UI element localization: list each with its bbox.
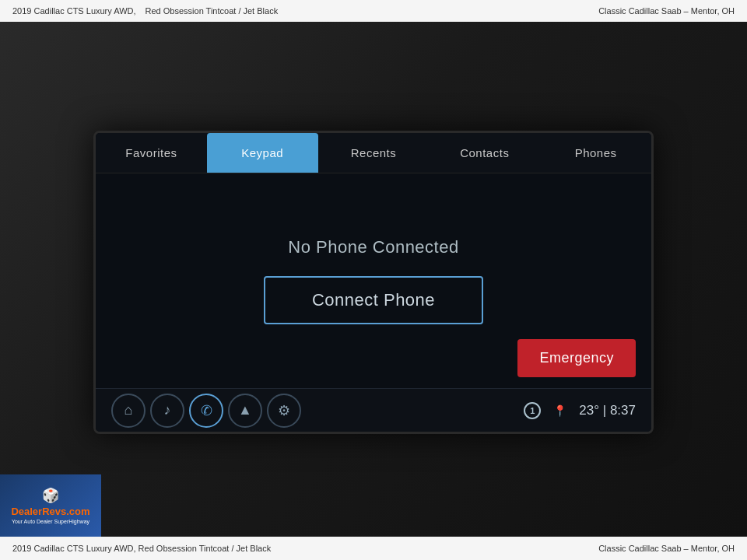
tab-favorites[interactable]: Favorites: [96, 133, 207, 173]
music-nav-button[interactable]: ♪: [150, 394, 184, 428]
footer-car-info: 2019 Cadillac CTS Luxury AWD, Red Obsess…: [12, 544, 271, 553]
footer-dealer: Classic Cadillac Saab – Mentor, OH: [598, 544, 735, 553]
dice-icon: 🎲: [42, 487, 59, 504]
footer-car-name: 2019 Cadillac CTS Luxury AWD,: [12, 544, 136, 553]
settings-nav-button[interactable]: ⚙: [267, 394, 301, 428]
navigation-nav-button[interactable]: ▲: [228, 394, 262, 428]
status-bar: 1 📍 23° | 8:37: [524, 402, 636, 419]
tab-keypad[interactable]: Keypad: [207, 133, 318, 173]
header-car-info: 2019 Cadillac CTS Luxury AWD, Red Obsess…: [12, 6, 278, 16]
status-circle: 1: [524, 402, 541, 419]
screen-main-content: No Phone Connected Connect Phone Emergen…: [96, 173, 651, 388]
header-color: Red Obsession Tintcoat / Jet Black: [146, 6, 279, 16]
clock-time: 8:37: [610, 403, 636, 418]
temp-time-display: 23° | 8:37: [579, 403, 636, 418]
tab-phones[interactable]: Phones: [540, 133, 651, 173]
temp-time-separator: |: [603, 403, 606, 418]
home-nav-button[interactable]: ⌂: [111, 394, 146, 428]
phone-nav-button[interactable]: ✆: [189, 394, 223, 428]
dealer-header: 2019 Cadillac CTS Luxury AWD, Red Obsess…: [0, 0, 747, 22]
dealer-logo-area: 🎲 DealerRevs.com Your Auto Dealer SuperH…: [0, 474, 101, 537]
infotainment-screen: Favorites Keypad Recents Contacts Phones…: [93, 131, 654, 434]
dealer-footer: 2019 Cadillac CTS Luxury AWD, Red Obsess…: [0, 537, 747, 560]
footer-color: Red Obsession Tintcoat / Jet Black: [139, 544, 272, 553]
temperature: 23°: [579, 403, 599, 418]
connect-phone-button[interactable]: Connect Phone: [264, 276, 483, 324]
tab-bar: Favorites Keypad Recents Contacts Phones: [96, 133, 651, 173]
nav-icon-group: ⌂ ♪ ✆ ▲ ⚙: [111, 394, 301, 428]
no-phone-connected-text: No Phone Connected: [288, 237, 458, 257]
dealer-logo-text: DealerRevs.com: [11, 506, 89, 517]
dealer-tagline: Your Auto Dealer SuperHighway: [12, 519, 89, 524]
car-background: Favorites Keypad Recents Contacts Phones…: [0, 22, 747, 537]
emergency-button[interactable]: Emergency: [517, 339, 636, 377]
tab-recents[interactable]: Recents: [318, 133, 430, 173]
location-icon: 📍: [553, 404, 566, 417]
bottom-nav-bar: ⌂ ♪ ✆ ▲ ⚙ 1 📍 23° | 8:37: [96, 388, 651, 432]
header-dealer: Classic Cadillac Saab – Mentor, OH: [598, 6, 735, 16]
header-car-name: 2019 Cadillac CTS Luxury AWD,: [12, 6, 136, 16]
tab-contacts[interactable]: Contacts: [429, 133, 540, 173]
